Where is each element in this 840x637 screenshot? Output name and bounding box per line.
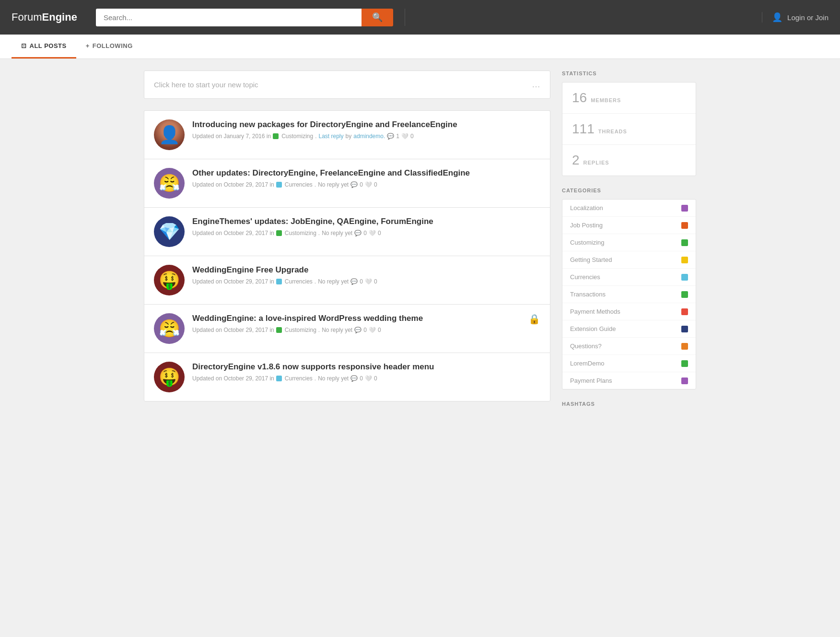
category-color-dot bbox=[681, 222, 688, 229]
list-item[interactable]: Payment Plans bbox=[562, 372, 696, 389]
post-title[interactable]: Introducing new packages for DirectoryEn… bbox=[192, 119, 540, 130]
category-dot bbox=[276, 230, 282, 236]
category-color-dot bbox=[681, 343, 688, 350]
list-item[interactable]: Localization bbox=[562, 200, 696, 217]
threads-count: 111 bbox=[572, 121, 595, 137]
list-item[interactable]: Getting Started bbox=[562, 251, 696, 269]
avatar: 🤑 bbox=[154, 362, 185, 392]
search-button[interactable]: 🔍 bbox=[362, 9, 393, 26]
post-body: WeddingEngine: a love-inspired WordPress… bbox=[192, 313, 521, 333]
content-area: Click here to start your new topic … 👤 I… bbox=[144, 71, 550, 418]
post-title[interactable]: Other updates: DirectoryEngine, Freelanc… bbox=[192, 168, 540, 178]
hashtags-title: HASHTAGS bbox=[562, 401, 696, 407]
post-body: WeddingEngine Free Upgrade Updated on Oc… bbox=[192, 265, 540, 285]
all-posts-icon: ⊡ bbox=[21, 42, 27, 49]
avatar: 💎 bbox=[154, 216, 185, 247]
replies-count: 2 bbox=[572, 153, 580, 168]
category-color-dot bbox=[681, 291, 688, 298]
statistics-section: STATISTICS 16 MEMBERS 111 THREADS 2 REPL… bbox=[562, 71, 696, 176]
following-icon: + bbox=[86, 42, 90, 49]
lock-icon: 🔒 bbox=[528, 313, 540, 325]
post-meta: Updated on October 29, 2017 in Currencie… bbox=[192, 375, 540, 382]
table-row: 😤 Other updates: DirectoryEngine, Freela… bbox=[144, 159, 550, 207]
table-row: 🤑 DirectoryEngine v1.8.6 now supports re… bbox=[144, 353, 550, 401]
table-row: 💎 EngineThemes' updates: JobEngine, QAEn… bbox=[144, 207, 550, 256]
list-item[interactable]: Payment Methods bbox=[562, 303, 696, 320]
category-color-dot bbox=[681, 377, 688, 384]
list-item[interactable]: Job Posting bbox=[562, 217, 696, 234]
header: ForumEngine 🔍 👤 Login or Join bbox=[0, 0, 840, 35]
list-item[interactable]: Transactions bbox=[562, 286, 696, 303]
avatar: 🤑 bbox=[154, 265, 185, 295]
post-body: EngineThemes' updates: JobEngine, QAEngi… bbox=[192, 216, 540, 236]
category-dot bbox=[276, 376, 282, 381]
new-topic-box[interactable]: Click here to start your new topic … bbox=[144, 71, 550, 99]
category-color-dot bbox=[681, 239, 688, 246]
post-meta: Updated on October 29, 2017 in Currencie… bbox=[192, 181, 540, 188]
avatar: 😤 bbox=[154, 168, 185, 199]
category-color-dot bbox=[681, 257, 688, 263]
category-color-dot bbox=[681, 308, 688, 315]
list-item[interactable]: Customizing bbox=[562, 234, 696, 251]
tab-all-posts[interactable]: ⊡ ALL POSTS bbox=[12, 35, 76, 59]
post-title[interactable]: WeddingEngine: a love-inspired WordPress… bbox=[192, 313, 521, 324]
statistics-box: 16 MEMBERS 111 THREADS 2 REPLIES bbox=[562, 82, 696, 176]
stat-replies: 2 REPLIES bbox=[562, 145, 696, 176]
post-title[interactable]: DirectoryEngine v1.8.6 now supports resp… bbox=[192, 362, 540, 372]
table-row: 👤 Introducing new packages for Directory… bbox=[144, 110, 550, 159]
post-body: DirectoryEngine v1.8.6 now supports resp… bbox=[192, 362, 540, 382]
logo: ForumEngine bbox=[12, 11, 88, 24]
list-item[interactable]: LoremDemo bbox=[562, 355, 696, 372]
user-icon: 👤 bbox=[772, 12, 782, 23]
category-dot bbox=[276, 182, 282, 188]
new-topic-icon: … bbox=[532, 80, 540, 90]
new-topic-placeholder: Click here to start your new topic bbox=[154, 81, 258, 89]
category-color-dot bbox=[681, 274, 688, 281]
post-meta: Updated on January 7, 2016 in Customizin… bbox=[192, 133, 540, 140]
post-right: 🔒 bbox=[528, 313, 540, 325]
stat-threads: 111 THREADS bbox=[562, 114, 696, 145]
category-dot bbox=[276, 279, 282, 284]
tab-following[interactable]: + FOLLOWING bbox=[76, 35, 142, 59]
post-title[interactable]: WeddingEngine Free Upgrade bbox=[192, 265, 540, 275]
search-bar: 🔍 bbox=[96, 9, 393, 26]
post-title[interactable]: EngineThemes' updates: JobEngine, QAEngi… bbox=[192, 216, 540, 227]
post-meta: Updated on October 29, 2017 in Currencie… bbox=[192, 278, 540, 285]
login-label: Login or Join bbox=[787, 13, 828, 22]
stat-members: 16 MEMBERS bbox=[562, 83, 696, 114]
hashtags-section: HASHTAGS bbox=[562, 401, 696, 407]
statistics-title: STATISTICS bbox=[562, 71, 696, 76]
search-input[interactable] bbox=[96, 9, 362, 26]
categories-section: CATEGORIES Localization Job Posting Cust… bbox=[562, 188, 696, 389]
login-button[interactable]: 👤 Login or Join bbox=[762, 12, 828, 23]
avatar: 😤 bbox=[154, 313, 185, 344]
category-dot bbox=[273, 133, 279, 139]
post-body: Introducing new packages for DirectoryEn… bbox=[192, 119, 540, 140]
post-meta: Updated on October 29, 2017 in Customizi… bbox=[192, 327, 521, 333]
members-count: 16 bbox=[572, 90, 587, 106]
avatar: 👤 bbox=[154, 119, 185, 150]
list-item[interactable]: Currencies bbox=[562, 269, 696, 286]
post-meta: Updated on October 29, 2017 in Customizi… bbox=[192, 230, 540, 236]
header-divider bbox=[405, 9, 405, 26]
post-list: 👤 Introducing new packages for Directory… bbox=[144, 110, 550, 401]
tab-all-posts-label: ALL POSTS bbox=[30, 42, 67, 49]
category-color-dot bbox=[681, 360, 688, 367]
members-label: MEMBERS bbox=[591, 97, 621, 103]
list-item[interactable]: Questions? bbox=[562, 338, 696, 355]
table-row: 😤 WeddingEngine: a love-inspired WordPre… bbox=[144, 304, 550, 353]
threads-label: THREADS bbox=[598, 129, 627, 134]
category-color-dot bbox=[681, 326, 688, 332]
sidebar: STATISTICS 16 MEMBERS 111 THREADS 2 REPL… bbox=[562, 71, 696, 418]
category-dot bbox=[276, 327, 282, 333]
category-color-dot bbox=[681, 205, 688, 212]
table-row: 🤑 WeddingEngine Free Upgrade Updated on … bbox=[144, 256, 550, 304]
tab-following-label: FOLLOWING bbox=[93, 42, 133, 49]
categories-box: Localization Job Posting Customizing Get… bbox=[562, 199, 696, 389]
categories-title: CATEGORIES bbox=[562, 188, 696, 193]
list-item[interactable]: Extension Guide bbox=[562, 320, 696, 338]
replies-label: REPLIES bbox=[583, 160, 609, 165]
post-body: Other updates: DirectoryEngine, Freelanc… bbox=[192, 168, 540, 188]
main-container: Click here to start your new topic … 👤 I… bbox=[132, 59, 708, 430]
nav-tabs: ⊡ ALL POSTS + FOLLOWING bbox=[0, 35, 840, 59]
